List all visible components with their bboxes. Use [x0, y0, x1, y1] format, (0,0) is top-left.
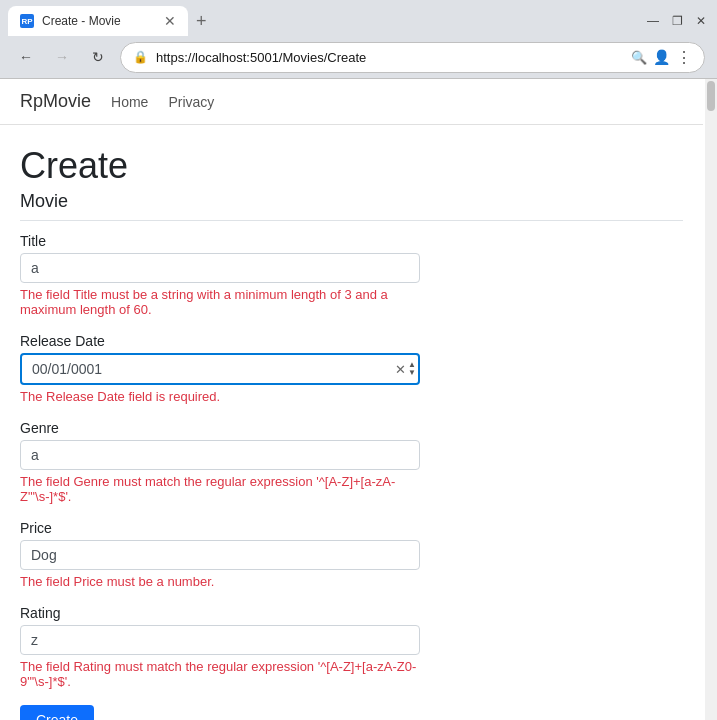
home-link[interactable]: Home	[111, 94, 148, 110]
price-input[interactable]	[20, 540, 420, 570]
menu-icon[interactable]: ⋮	[676, 48, 692, 67]
price-field-group: Price The field Price must be a number.	[20, 520, 420, 589]
page-subheading: Movie	[20, 191, 683, 221]
minimize-button[interactable]: —	[645, 13, 661, 29]
brand-link[interactable]: RpMovie	[20, 91, 91, 112]
price-error: The field Price must be a number.	[20, 574, 420, 589]
title-input[interactable]	[20, 253, 420, 283]
rating-input[interactable]	[20, 625, 420, 655]
scrollbar[interactable]	[705, 79, 717, 720]
title-error: The field Title must be a string with a …	[20, 287, 420, 317]
navbar: RpMovie Home Privacy	[0, 79, 703, 125]
tab-close-button[interactable]: ✕	[164, 14, 176, 28]
window-close-button[interactable]: ✕	[693, 13, 709, 29]
forward-nav-button[interactable]: →	[48, 43, 76, 71]
account-icon[interactable]: 👤	[653, 49, 670, 65]
restore-button[interactable]: ❐	[669, 13, 685, 29]
title-field-group: Title The field Title must be a string w…	[20, 233, 420, 317]
page-wrapper: RpMovie Home Privacy Create Movie Title …	[0, 79, 717, 720]
rating-label: Rating	[20, 605, 420, 621]
lock-icon: 🔒	[133, 50, 148, 64]
new-tab-button[interactable]: +	[192, 7, 211, 36]
url-text: https://localhost:5001/Movies/Create	[156, 50, 623, 65]
release-date-label: Release Date	[20, 333, 420, 349]
privacy-link[interactable]: Privacy	[168, 94, 214, 110]
create-button[interactable]: Create	[20, 705, 94, 720]
rating-field-group: Rating The field Rating must match the r…	[20, 605, 420, 689]
browser-tab[interactable]: RP Create - Movie ✕	[8, 6, 188, 36]
genre-label: Genre	[20, 420, 420, 436]
date-controls: ✕ ▲ ▼	[395, 361, 416, 377]
rating-error: The field Rating must match the regular …	[20, 659, 420, 689]
date-clear-button[interactable]: ✕	[395, 362, 406, 377]
page-content: Create Movie Title The field Title must …	[0, 125, 703, 720]
tab-favicon: RP	[20, 14, 34, 28]
submit-group: Create	[20, 705, 420, 720]
tab-title: Create - Movie	[42, 14, 156, 28]
back-nav-button[interactable]: ←	[12, 43, 40, 71]
url-bar[interactable]: 🔒 https://localhost:5001/Movies/Create 🔍…	[120, 42, 705, 73]
release-date-field-group: Release Date ✕ ▲ ▼ The Release Date fiel…	[20, 333, 420, 404]
genre-field-group: Genre The field Genre must match the reg…	[20, 420, 420, 504]
reload-button[interactable]: ↻	[84, 43, 112, 71]
release-date-input[interactable]	[20, 353, 420, 385]
genre-error: The field Genre must match the regular e…	[20, 474, 420, 504]
release-date-error: The Release Date field is required.	[20, 389, 420, 404]
title-label: Title	[20, 233, 420, 249]
date-input-wrapper: ✕ ▲ ▼	[20, 353, 420, 385]
price-label: Price	[20, 520, 420, 536]
search-icon[interactable]: 🔍	[631, 50, 647, 65]
genre-input[interactable]	[20, 440, 420, 470]
page-heading: Create	[20, 145, 683, 187]
date-spin-buttons[interactable]: ▲ ▼	[408, 361, 416, 377]
create-form: Title The field Title must be a string w…	[20, 233, 420, 720]
